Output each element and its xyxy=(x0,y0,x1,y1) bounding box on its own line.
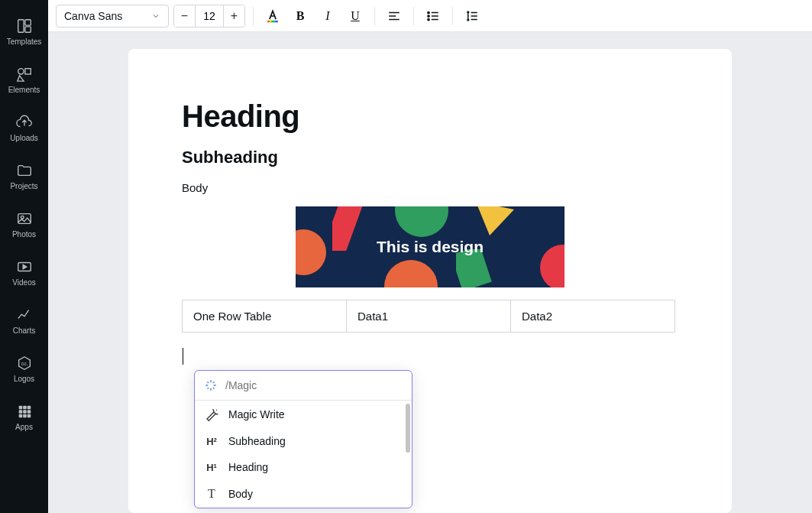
svg-rect-16 xyxy=(23,414,27,418)
charts-icon xyxy=(16,307,33,323)
sidebar-item-projects[interactable]: Projects xyxy=(0,152,48,200)
shape-rect-red xyxy=(332,206,367,251)
svg-rect-17 xyxy=(27,414,31,418)
line-spacing-icon xyxy=(465,9,479,23)
sidebar: Templates Elements Uploads Projects Phot… xyxy=(0,0,48,513)
shape-circle-green xyxy=(395,206,448,237)
popup-search xyxy=(195,371,412,401)
sidebar-item-apps[interactable]: Apps xyxy=(0,393,48,441)
sidebar-item-elements[interactable]: Elements xyxy=(0,56,48,104)
table-cell[interactable]: One Row Table xyxy=(183,300,347,333)
sidebar-item-photos[interactable]: Photos xyxy=(0,200,48,248)
table-row[interactable]: One Row Table Data1 Data2 xyxy=(183,300,675,333)
magic-wand-icon xyxy=(204,407,219,421)
divider xyxy=(452,7,453,25)
align-left-icon xyxy=(387,9,401,23)
uploads-icon xyxy=(16,114,33,131)
projects-icon xyxy=(16,162,33,179)
popup-item-subheading[interactable]: H² Subheading xyxy=(195,428,412,454)
body-text[interactable]: Body xyxy=(182,181,678,194)
svg-rect-2 xyxy=(24,27,30,32)
chevron-down-icon xyxy=(151,11,160,21)
shape-circle-orange xyxy=(296,229,326,275)
svg-point-36 xyxy=(540,245,565,287)
popup-item-magic-write[interactable]: Magic Write xyxy=(195,401,412,428)
underline-button[interactable]: U xyxy=(344,5,367,28)
svg-rect-10 xyxy=(23,406,27,410)
shape-circle-red xyxy=(540,245,565,287)
increase-size-button[interactable]: + xyxy=(223,5,244,27)
text-cursor xyxy=(183,348,183,365)
font-name: Canva Sans xyxy=(64,10,122,22)
scrollbar-thumb[interactable] xyxy=(406,404,410,453)
italic-button[interactable]: I xyxy=(316,5,339,28)
table-cell[interactable]: Data1 xyxy=(347,300,511,333)
videos-icon xyxy=(16,258,33,275)
font-picker[interactable]: Canva Sans xyxy=(56,5,169,28)
svg-point-25 xyxy=(428,11,429,13)
svg-point-31 xyxy=(296,229,326,275)
svg-point-26 xyxy=(428,15,429,16)
svg-rect-9 xyxy=(18,406,22,410)
logos-icon: co. xyxy=(16,355,33,372)
popup-item-body[interactable]: T Body xyxy=(195,480,412,508)
sidebar-item-videos[interactable]: Videos xyxy=(0,248,48,297)
sidebar-item-label: Charts xyxy=(13,326,35,335)
svg-rect-1 xyxy=(24,20,30,25)
sidebar-item-uploads[interactable]: Uploads xyxy=(0,104,48,152)
svg-point-3 xyxy=(18,69,23,74)
divider xyxy=(253,7,254,25)
sidebar-item-label: Templates xyxy=(7,37,42,46)
design-banner[interactable]: This is design xyxy=(296,206,565,287)
svg-rect-0 xyxy=(18,20,23,33)
font-size-value[interactable]: 12 xyxy=(196,5,223,27)
table[interactable]: One Row Table Data1 Data2 xyxy=(182,300,675,333)
sidebar-item-logos[interactable]: co. Logos xyxy=(0,345,48,393)
sidebar-item-label: Elements xyxy=(8,86,40,94)
popup-list: Magic Write H² Subheading H¹ Heading T B… xyxy=(195,401,412,508)
svg-rect-12 xyxy=(18,410,22,414)
spacing-button[interactable] xyxy=(461,5,484,28)
popup-search-input[interactable] xyxy=(225,379,403,391)
sidebar-item-label: Photos xyxy=(12,230,36,239)
canvas[interactable]: Heading Subheading Body This is design O… xyxy=(48,32,812,513)
sidebar-item-charts[interactable]: Charts xyxy=(0,297,48,345)
svg-point-27 xyxy=(428,18,429,20)
shape-triangle-yellow xyxy=(476,206,514,235)
svg-rect-4 xyxy=(24,69,30,74)
svg-rect-13 xyxy=(23,410,27,414)
svg-rect-18 xyxy=(267,20,277,22)
sidebar-item-label: Apps xyxy=(15,423,33,431)
align-button[interactable] xyxy=(383,5,406,28)
divider xyxy=(413,7,414,25)
popup-item-label: Heading xyxy=(228,461,268,473)
sparkle-icon xyxy=(204,378,218,392)
text-color-icon xyxy=(265,8,280,24)
bold-button[interactable]: B xyxy=(289,5,312,28)
sidebar-item-templates[interactable]: Templates xyxy=(0,8,48,56)
text-color-button[interactable] xyxy=(261,5,284,28)
decrease-size-button[interactable]: − xyxy=(174,5,196,27)
sidebar-item-label: Projects xyxy=(10,182,37,190)
popup-item-label: Subheading xyxy=(228,435,286,447)
svg-point-6 xyxy=(21,216,24,219)
templates-icon xyxy=(16,18,33,34)
sidebar-item-label: Uploads xyxy=(10,134,38,142)
list-icon xyxy=(426,9,440,23)
h1-icon: H¹ xyxy=(204,462,219,473)
photos-icon xyxy=(16,210,33,227)
elements-icon xyxy=(16,66,33,83)
toolbar: Canva Sans − 12 + B I U xyxy=(48,0,812,32)
table-cell[interactable]: Data2 xyxy=(511,300,675,333)
list-button[interactable] xyxy=(422,5,445,28)
svg-rect-15 xyxy=(18,414,22,418)
text-icon: T xyxy=(204,487,219,501)
svg-rect-32 xyxy=(332,206,364,251)
divider xyxy=(374,7,375,25)
svg-rect-14 xyxy=(27,410,31,414)
sidebar-item-label: Videos xyxy=(12,278,35,287)
subheading[interactable]: Subheading xyxy=(182,148,678,167)
heading[interactable]: Heading xyxy=(182,99,678,134)
popup-item-heading[interactable]: H¹ Heading xyxy=(195,454,412,480)
popup-item-label: Body xyxy=(228,488,253,500)
